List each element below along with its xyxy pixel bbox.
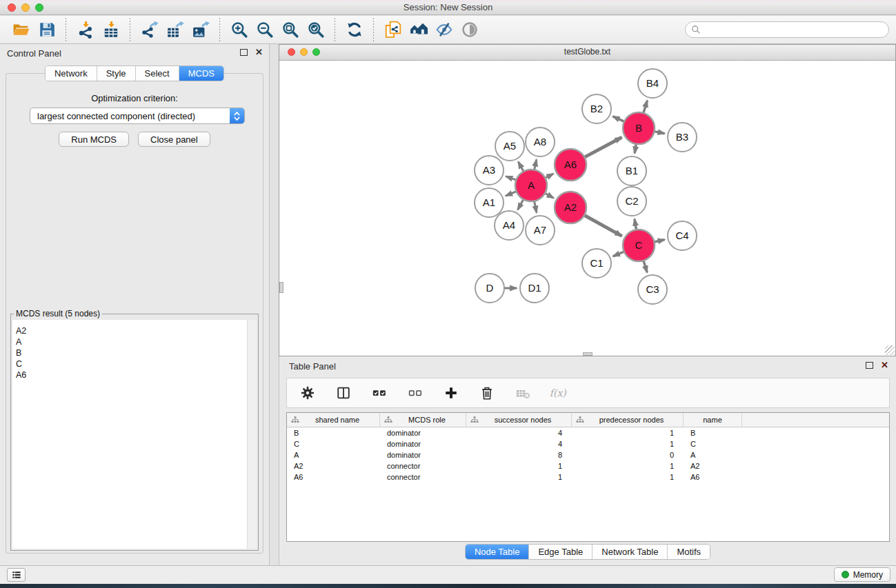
graph-node-D[interactable]: D [475, 274, 504, 303]
graph-node-A5[interactable]: A5 [495, 132, 524, 161]
tab-mcds[interactable]: MCDS [179, 66, 223, 81]
mcds-result-item[interactable]: A2 [12, 320, 257, 336]
edge-C-C1[interactable] [613, 252, 624, 256]
graph-node-C4[interactable]: C4 [668, 221, 697, 250]
close-panel-icon[interactable]: ✕ [255, 49, 263, 56]
zoom-out-button[interactable] [252, 19, 277, 41]
column-header-MCDS-role[interactable]: MCDS role [380, 413, 466, 427]
column-header-name[interactable]: name [684, 413, 742, 427]
zoom-selected-button[interactable] [303, 19, 328, 41]
graph-node-C1[interactable]: C1 [582, 249, 611, 278]
optimization-criterion-select[interactable]: largest connected component (directed) [30, 108, 245, 124]
graph-node-C2[interactable]: C2 [617, 187, 646, 216]
search-box[interactable] [685, 21, 889, 38]
edge-A-A8[interactable] [535, 160, 537, 170]
edge-A-A5[interactable] [518, 162, 524, 172]
graph-node-C[interactable]: C [623, 230, 655, 261]
graph-node-A3[interactable]: A3 [475, 156, 504, 185]
network-canvas[interactable]: B4B2BB3A8A5A6A3B1AC2A1A2A4A7C4CC1C3DD1 [279, 61, 895, 356]
graph-node-A7[interactable]: A7 [526, 216, 555, 245]
graph-node-A[interactable]: A [515, 170, 547, 201]
delete-button[interactable] [477, 384, 497, 402]
refresh-view-button[interactable] [341, 19, 367, 41]
graph-node-B2[interactable]: B2 [582, 94, 611, 123]
show-column-panel-button[interactable] [334, 384, 353, 402]
tab-style[interactable]: Style [97, 66, 136, 81]
tab-network-table[interactable]: Network Table [593, 545, 668, 559]
resize-grip[interactable] [885, 345, 895, 355]
memory-button[interactable]: Memory [834, 567, 890, 582]
table-row[interactable]: Cdominator41C [287, 438, 889, 449]
graph-node-D1[interactable]: D1 [520, 274, 549, 303]
tab-select[interactable]: Select [136, 66, 179, 81]
close-panel-button[interactable]: Close panel [138, 132, 210, 147]
tab-motifs[interactable]: Motifs [668, 545, 710, 559]
network-graph[interactable]: B4B2BB3A8A5A6A3B1AC2A1A2A4A7C4CC1C3DD1 [279, 61, 895, 356]
network-zoom-icon[interactable] [312, 48, 320, 56]
edge-C-C4[interactable] [655, 240, 665, 242]
column-header-successor-nodes[interactable]: successor nodes [466, 413, 572, 427]
mcds-result-item[interactable]: A [12, 336, 257, 347]
mcds-result-item[interactable]: B [12, 347, 257, 358]
edge-B-B1[interactable] [635, 144, 636, 154]
graph-node-B1[interactable]: B1 [617, 156, 646, 185]
mcds-result-item[interactable]: A6 [12, 369, 257, 381]
export-table-button[interactable] [162, 19, 188, 41]
save-session-button[interactable] [34, 19, 59, 41]
table-row[interactable]: Adominator80A [287, 449, 889, 460]
graph-node-C3[interactable]: C3 [638, 275, 667, 304]
column-header-predecessor-nodes[interactable]: predecessor nodes [572, 413, 684, 427]
column-header-shared-name[interactable]: shared name [287, 413, 380, 427]
edge-A-A6[interactable] [545, 174, 553, 178]
graph-node-A6[interactable]: A6 [555, 149, 586, 181]
edge-B-B3[interactable] [655, 132, 665, 134]
edge-C-C3[interactable] [644, 261, 647, 272]
edge-A2-C[interactable] [584, 215, 621, 236]
float-panel-icon[interactable] [240, 49, 248, 56]
graph-node-A2[interactable]: A2 [555, 192, 586, 223]
edge-C-C2[interactable] [635, 219, 636, 230]
add-row-button[interactable] [441, 384, 461, 402]
edge-A-A2[interactable] [545, 193, 554, 198]
graph-node-A1[interactable]: A1 [475, 188, 504, 217]
graph-node-B[interactable]: B [623, 112, 655, 144]
close-table-panel-icon[interactable]: ✕ [881, 362, 888, 369]
canvas-left-handle[interactable] [279, 282, 283, 293]
edge-A-A7[interactable] [535, 201, 537, 213]
network-from-clipboard-button[interactable] [380, 19, 406, 41]
graph-node-A4[interactable]: A4 [495, 211, 524, 240]
network-minimize-icon[interactable] [300, 48, 308, 56]
export-image-button[interactable] [188, 19, 213, 41]
edge-A-A3[interactable] [506, 176, 517, 180]
zoom-in-button[interactable] [226, 19, 252, 41]
edge-A-A1[interactable] [506, 192, 517, 196]
zoom-fit-button[interactable] [277, 19, 303, 41]
edge-B-B2[interactable] [613, 116, 625, 122]
graph-node-B3[interactable]: B3 [668, 123, 697, 152]
result-scrollbar[interactable] [247, 320, 257, 549]
network-window-titlebar[interactable]: testGlobe.txt [279, 45, 895, 61]
show-graphics-details-button[interactable] [457, 19, 482, 41]
import-table-button[interactable] [98, 19, 123, 41]
run-mcds-button[interactable]: Run MCDS [59, 132, 129, 147]
table-settings-button[interactable] [298, 384, 317, 402]
deselect-all-button[interactable] [406, 384, 425, 402]
task-history-button[interactable] [7, 568, 26, 582]
edge-A6-B[interactable] [584, 137, 621, 157]
hide-graphics-details-button[interactable] [431, 19, 457, 41]
table-row[interactable]: A2connector11A2 [287, 460, 889, 472]
tab-edge-table[interactable]: Edge Table [529, 545, 593, 559]
graph-node-A8[interactable]: A8 [526, 128, 555, 156]
export-network-button[interactable] [137, 19, 162, 41]
table-row[interactable]: Bdominator41B [287, 427, 889, 438]
edge-A-A4[interactable] [518, 199, 524, 210]
network-close-icon[interactable] [288, 48, 295, 56]
tab-network[interactable]: Network [46, 66, 97, 81]
search-input[interactable] [701, 23, 888, 37]
tab-node-table[interactable]: Node Table [466, 545, 530, 559]
open-session-button[interactable] [8, 19, 34, 41]
select-all-button[interactable] [370, 384, 389, 402]
float-table-panel-icon[interactable] [866, 362, 873, 369]
mcds-result-item[interactable]: C [12, 358, 257, 369]
home-button[interactable] [406, 19, 431, 41]
